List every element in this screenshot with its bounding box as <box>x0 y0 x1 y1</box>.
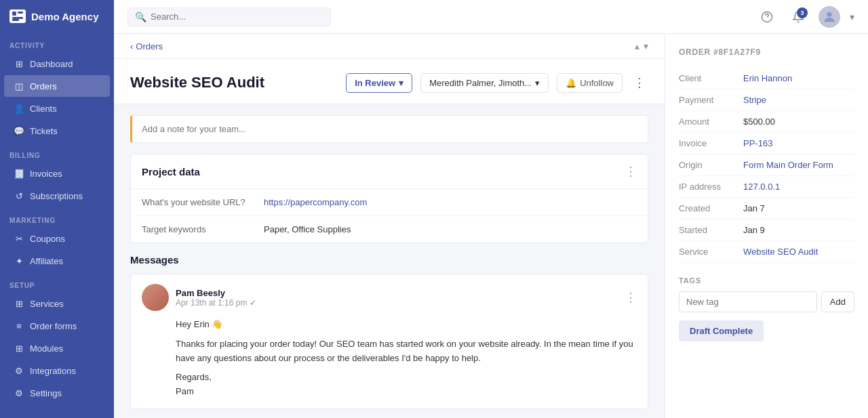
breadcrumb-label: Orders <box>136 41 163 51</box>
sidebar-item-label: Coupons <box>30 234 65 244</box>
origin-link[interactable]: Form Main Order Form <box>743 160 833 170</box>
sidebar-item-modules[interactable]: ⊞ Modules <box>4 337 110 359</box>
app-name: Demo Agency <box>31 11 98 22</box>
assignee-button[interactable]: Meredith Palmer, Jimoth... ▾ <box>420 73 549 93</box>
invoice-link[interactable]: PP-163 <box>743 138 772 148</box>
order-right-panel: ORDER #8F1A27F9 Client Erin Hannon Payme… <box>665 34 868 418</box>
sidebar-item-label: Invoices <box>30 169 62 179</box>
message-regards: Regards, <box>176 371 637 385</box>
message-author: Pam Beesly <box>176 288 618 298</box>
draft-complete-button[interactable]: Draft Complete <box>679 320 764 341</box>
project-data-section: Project data ⋮ What's your website URL? … <box>130 154 648 243</box>
project-value-keywords: Paper, Office Supplies <box>264 224 351 234</box>
project-label-keywords: Target keywords <box>142 224 264 234</box>
client-link[interactable]: Erin Hannon <box>743 73 792 83</box>
sidebar-item-clients[interactable]: 👤 Clients <box>4 98 110 119</box>
messages-title: Messages <box>130 254 648 266</box>
sidebar-section-billing: Billing 🧾 Invoices ↺ Subscriptions <box>0 142 114 207</box>
order-forms-icon: ≡ <box>14 320 24 331</box>
project-data-title: Project data <box>142 166 200 177</box>
activity-section-label: Activity <box>0 33 114 52</box>
sidebar-item-settings[interactable]: ⚙ Settings <box>4 382 110 404</box>
ip-link[interactable]: 127.0.0.1 <box>743 182 780 192</box>
payment-link[interactable]: Stripe <box>743 95 766 105</box>
project-row-url: What's your website URL? https://paperco… <box>131 189 648 216</box>
user-menu-chevron[interactable]: ▾ <box>850 12 854 22</box>
collapse-up-icon[interactable]: ▴ <box>635 41 639 51</box>
website-url-link[interactable]: https://papercompany.com <box>264 197 367 207</box>
detail-label-client: Client <box>679 73 743 83</box>
detail-value-ip: 127.0.0.1 <box>743 182 780 192</box>
tag-input[interactable] <box>679 291 817 312</box>
detail-value-started: Jan 9 <box>743 225 765 235</box>
collapse-down-icon[interactable]: ▾ <box>644 41 648 51</box>
messages-section: Messages Pam Beesly Apr 13th at 1:16 pm … <box>130 254 648 409</box>
search-input[interactable] <box>151 12 323 22</box>
tags-section: TAGS Add Draft Complete <box>679 276 854 341</box>
message-meta: Pam Beesly Apr 13th at 1:16 pm ✓ <box>176 288 618 308</box>
clients-icon: 👤 <box>14 103 24 114</box>
svg-rect-3 <box>12 19 19 21</box>
status-button[interactable]: In Review ▾ <box>346 73 412 93</box>
sidebar-item-services[interactable]: ⊞ Services <box>4 293 110 314</box>
tag-input-row: Add <box>679 291 854 312</box>
sidebar-item-coupons[interactable]: ✂ Coupons <box>4 228 110 249</box>
sidebar-section-marketing: Marketing ✂ Coupons ✦ Affiliates <box>0 207 114 272</box>
service-link[interactable]: Website SEO Audit <box>743 247 818 257</box>
detail-row-created: Created Jan 7 <box>679 198 854 220</box>
detail-label-started: Started <box>679 225 743 235</box>
sidebar-item-affiliates[interactable]: ✦ Affiliates <box>4 250 110 272</box>
help-icon[interactable] <box>756 6 778 28</box>
order-details-list: Client Erin Hannon Payment Stripe Amount… <box>679 68 854 263</box>
user-avatar[interactable] <box>818 6 840 28</box>
sidebar-item-tickets[interactable]: 💬 Tickets <box>4 120 110 142</box>
billing-section-label: Billing <box>0 142 114 162</box>
project-data-more-button[interactable]: ⋮ <box>625 164 637 179</box>
detail-row-invoice: Invoice PP-163 <box>679 133 854 154</box>
search-box[interactable]: 🔍 <box>127 7 331 26</box>
sidebar-item-dashboard[interactable]: ⊞ Dashboard <box>4 53 110 75</box>
sidebar-item-invoices[interactable]: 🧾 Invoices <box>4 163 110 184</box>
detail-row-amount: Amount $500.00 <box>679 111 854 133</box>
notifications-icon[interactable]: 3 <box>787 6 809 28</box>
note-input[interactable] <box>130 115 648 143</box>
detail-row-started: Started Jan 9 <box>679 220 854 241</box>
modules-icon: ⊞ <box>14 343 24 354</box>
detail-row-ip: IP address 127.0.0.1 <box>679 176 854 198</box>
notification-badge: 3 <box>797 7 808 18</box>
message-more-button[interactable]: ⋮ <box>625 290 637 305</box>
message-body: Hey Erin 👋 Thanks for placing your order… <box>142 318 637 399</box>
message-signature: Pam <box>176 385 637 399</box>
project-row-keywords: Target keywords Paper, Office Supplies <box>131 216 648 243</box>
sidebar-item-integrations[interactable]: ⚙ Integrations <box>4 360 110 381</box>
sidebar-section-setup: Setup ⊞ Services ≡ Order forms ⊞ Modules… <box>0 272 114 404</box>
unfollow-button[interactable]: 🔔 Unfollow <box>557 73 623 93</box>
sidebar-item-subscriptions[interactable]: ↺ Subscriptions <box>4 185 110 207</box>
message-verified-icon: ✓ <box>250 298 256 308</box>
assignee-chevron-icon: ▾ <box>535 78 540 88</box>
tags-label: TAGS <box>679 276 854 285</box>
sidebar-section-activity: Activity ⊞ Dashboard ◫ Orders 👤 Clients … <box>0 33 114 142</box>
affiliates-icon: ✦ <box>14 255 24 266</box>
sidebar: Demo Agency Activity ⊞ Dashboard ◫ Order… <box>0 0 114 418</box>
unfollow-label: Unfollow <box>580 78 614 88</box>
detail-label-ip: IP address <box>679 182 743 192</box>
main-area: 🔍 3 ▾ ‹ Orders <box>114 0 868 418</box>
sidebar-item-label: Tickets <box>30 126 58 136</box>
detail-label-service: Service <box>679 247 743 257</box>
sidebar-item-order-forms[interactable]: ≡ Order forms <box>4 315 110 337</box>
breadcrumb-orders[interactable]: ‹ Orders <box>130 41 163 51</box>
content-area: ‹ Orders ▴ ▾ Website SEO Audit In Review… <box>114 34 868 418</box>
breadcrumb-bar: ‹ Orders ▴ ▾ <box>114 34 665 59</box>
sidebar-item-orders[interactable]: ◫ Orders <box>4 75 110 97</box>
svg-rect-1 <box>18 12 23 14</box>
detail-value-client: Erin Hannon <box>743 73 792 83</box>
topbar: 🔍 3 ▾ <box>114 0 868 34</box>
order-header: Website SEO Audit In Review ▾ Meredith P… <box>114 59 665 104</box>
tag-add-button[interactable]: Add <box>821 291 854 312</box>
order-more-button[interactable]: ⋮ <box>631 72 648 93</box>
detail-label-payment: Payment <box>679 95 743 105</box>
detail-label-origin: Origin <box>679 160 743 170</box>
avatar-image <box>142 284 169 311</box>
detail-value-created: Jan 7 <box>743 203 765 213</box>
